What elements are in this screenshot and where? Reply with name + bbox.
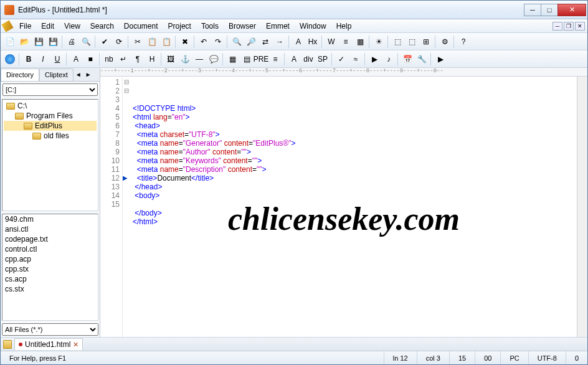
browser-button[interactable]: ☀ (372, 35, 386, 49)
code-line[interactable] (133, 226, 574, 235)
file-item[interactable]: cs.stx (2, 284, 98, 294)
code-line[interactable]: </head> (133, 183, 574, 191)
sp-button[interactable]: SP (316, 52, 330, 66)
close-button[interactable]: ✕ (557, 4, 586, 16)
code-line[interactable]: <html lang="en"> (133, 113, 574, 121)
undo-button[interactable]: ↶ (197, 35, 211, 49)
pre-button[interactable]: PRE (254, 52, 268, 66)
comment-button[interactable]: 💬 (207, 52, 220, 66)
cut-button[interactable]: ✂ (131, 35, 145, 49)
file-item[interactable]: ansi.ctl (2, 224, 98, 234)
code-line[interactable]: <title>Document</title> (133, 174, 574, 183)
code-line[interactable]: <body> (133, 191, 574, 200)
code-line[interactable]: <meta name="Keywords" content=""> (133, 156, 574, 165)
goto-button[interactable]: → (273, 35, 287, 49)
break-button[interactable]: ↵ (116, 52, 130, 66)
nbsp-button[interactable]: nb (102, 52, 116, 66)
menu-tools[interactable]: Tools (196, 21, 224, 32)
list-button[interactable]: ≡ (268, 52, 282, 66)
menu-view[interactable]: View (59, 21, 85, 32)
fold-toggle[interactable]: ⊟ (123, 87, 130, 95)
replace-button[interactable]: ⇄ (258, 35, 272, 49)
mdi-minimize-button[interactable]: ─ (552, 22, 562, 31)
dir-item[interactable]: Program Files (4, 111, 97, 121)
tools-button[interactable]: 🔧 (415, 52, 429, 66)
spell-button[interactable]: ✔ (98, 35, 111, 49)
minimize-button[interactable]: ─ (524, 4, 541, 16)
code-line[interactable]: <head> (133, 121, 574, 130)
hr-button[interactable]: — (192, 52, 206, 66)
print-button[interactable]: 🖨 (65, 35, 78, 49)
redo-button[interactable]: ↷ (211, 35, 225, 49)
help-button[interactable]: ? (457, 35, 470, 49)
file-filter[interactable]: All Files (*.*) (2, 323, 98, 336)
menu-window[interactable]: Window (295, 21, 331, 32)
file-item[interactable]: control.ctl (2, 244, 98, 254)
paste-button[interactable]: 📋 (159, 35, 173, 49)
menu-edit[interactable]: Edit (36, 21, 59, 32)
font-button[interactable]: A (69, 52, 83, 66)
new-button[interactable]: 📄 (3, 35, 17, 49)
sidetab-left-icon[interactable]: ◄ (74, 68, 83, 81)
wrap-button[interactable]: W (325, 35, 338, 49)
menu-project[interactable]: Project (163, 21, 196, 32)
dir-item[interactable]: C:\ (4, 101, 97, 111)
run-button[interactable]: ▶ (434, 52, 447, 66)
anchor-button[interactable]: ⚓ (178, 52, 192, 66)
para-button[interactable]: ¶ (131, 52, 145, 66)
vertical-scrollbar[interactable] (577, 77, 587, 337)
refresh-button[interactable]: ⟳ (112, 35, 126, 49)
code-line[interactable]: </body> (133, 209, 574, 217)
fontup-button[interactable]: Hx (306, 35, 320, 49)
sidetab-right-icon[interactable]: ► (83, 68, 93, 81)
file-item[interactable]: cs.acp (2, 274, 98, 284)
fold-toggle[interactable]: ⊟ (123, 78, 130, 87)
file-item[interactable]: cpp.acp (2, 254, 98, 264)
italic-button[interactable]: I (36, 52, 50, 66)
doctab-untitled1[interactable]: Untitled1.html ✕ (14, 338, 83, 350)
open-button[interactable]: 📂 (17, 35, 31, 49)
menu-emmet[interactable]: Emmet (261, 21, 295, 32)
file-item[interactable]: cpp.stx (2, 264, 98, 274)
div-button[interactable]: div (301, 52, 315, 66)
dir-item[interactable]: old files (4, 131, 97, 141)
table-button[interactable]: ▦ (225, 52, 239, 66)
column-button[interactable]: ▦ (353, 35, 367, 49)
globe-button[interactable] (3, 52, 17, 66)
file-item[interactable]: codepage.txt (2, 234, 98, 244)
wrapmode-button[interactable]: ≡ (339, 35, 353, 49)
menu-search[interactable]: Search (85, 21, 119, 32)
play-button[interactable]: ▶ (368, 52, 381, 66)
dir-item[interactable]: EditPlus (4, 121, 97, 131)
menu-document[interactable]: Document (119, 21, 163, 32)
saveall-button[interactable]: 💾 (46, 35, 60, 49)
maximize-button[interactable]: □ (541, 4, 558, 16)
tab-cliptext[interactable]: Cliptext (39, 69, 74, 81)
heading-button[interactable]: H (145, 52, 159, 66)
settings-button[interactable]: ⚙ (438, 35, 452, 49)
file-item[interactable]: 949.chm (2, 214, 98, 224)
drive-selector[interactable]: [C:] (2, 83, 98, 96)
fontdown-button[interactable]: A (292, 35, 305, 49)
save-button[interactable]: 💾 (32, 35, 45, 49)
findfiles-button[interactable]: 🔎 (244, 35, 258, 49)
bold-button[interactable]: B (22, 52, 36, 66)
validate-button[interactable]: ✓ (334, 52, 348, 66)
fold-column[interactable]: ⊟⊟ (123, 77, 130, 337)
code-line[interactable]: <meta charset="UTF-8"> (133, 130, 574, 139)
underline-button[interactable]: U (50, 52, 64, 66)
code-line[interactable]: <!DOCTYPE html> (133, 104, 574, 113)
image-button[interactable]: 🖼 (164, 52, 178, 66)
menu-help[interactable]: Help (331, 21, 357, 32)
mdi-close-button[interactable]: ✕ (575, 22, 585, 31)
doctab-close-icon[interactable]: ✕ (73, 341, 78, 349)
splitv-button[interactable]: ⬚ (405, 35, 419, 49)
form-button[interactable]: ▤ (240, 52, 254, 66)
code-line[interactable]: </html> (133, 217, 574, 226)
color-button[interactable]: ■ (83, 52, 97, 66)
mdi-restore-button[interactable]: ❐ (564, 22, 574, 31)
delete-button[interactable]: ✖ (178, 35, 192, 49)
copy-button[interactable]: 📋 (145, 35, 159, 49)
code-line[interactable]: <meta name="Description" content=""> (133, 165, 574, 174)
tile-button[interactable]: ⊞ (419, 35, 433, 49)
